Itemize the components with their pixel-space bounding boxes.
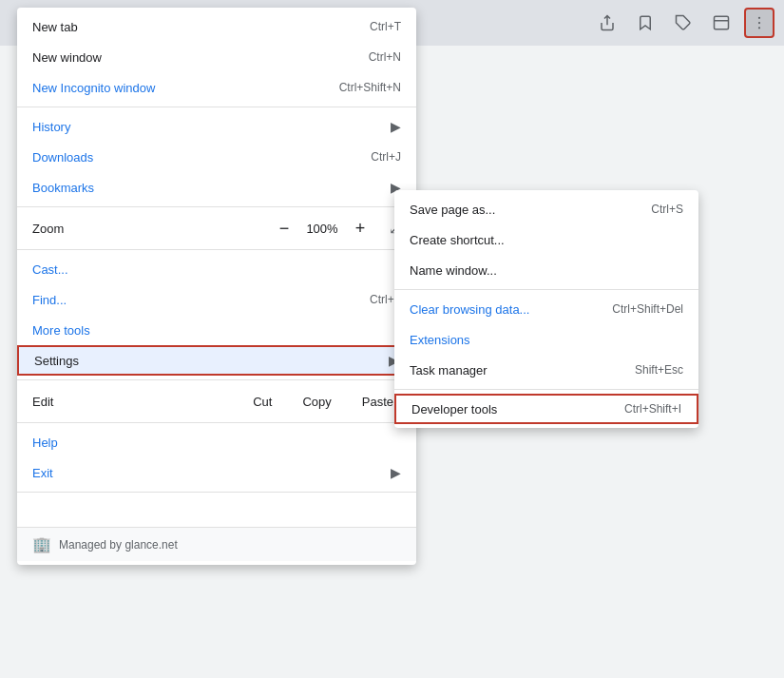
cut-button[interactable]: Cut	[245, 391, 279, 413]
edit-actions: Cut Copy Paste	[245, 391, 401, 413]
submenu-item-developer-tools-shortcut: Ctrl+Shift+I	[624, 402, 681, 416]
share-icon[interactable]	[592, 8, 622, 38]
edit-row: Edit Cut Copy Paste	[17, 384, 416, 418]
copy-button[interactable]: Copy	[295, 391, 338, 413]
zoom-in-button[interactable]: +	[347, 215, 373, 242]
menu-item-settings-label: Help	[32, 436, 58, 450]
menu-item-downloads[interactable]: Downloads Ctrl+J	[17, 142, 416, 172]
menu-item-new-tab[interactable]: New tab Ctrl+T	[17, 11, 416, 42]
divider-1	[17, 107, 416, 107]
menu-item-help-label: Exit	[32, 466, 53, 480]
menu-item-exit[interactable]	[17, 496, 416, 527]
submenu-item-task-manager-label: Task manager	[410, 363, 488, 378]
submenu-item-task-manager-shortcut: Shift+Esc	[635, 363, 683, 377]
menu-item-print-label: Cast...	[32, 262, 68, 277]
zoom-value: 100%	[305, 222, 339, 236]
menu-item-new-tab-label: New tab	[32, 20, 78, 34]
submenu-divider-1	[394, 289, 698, 290]
menu-item-new-window-label: New window	[32, 50, 102, 65]
divider-2	[17, 206, 416, 207]
zoom-label: Zoom	[32, 222, 271, 236]
submenu-item-clear-browsing-label: Clear browsing data...	[410, 302, 529, 317]
zoom-out-button[interactable]: −	[271, 215, 297, 242]
menu-item-bookmarks[interactable]: Bookmarks ▶	[17, 172, 416, 203]
menu-item-more-tools-label: Settings	[34, 354, 79, 368]
submenu-item-create-shortcut[interactable]: Create shortcut...	[394, 224, 698, 255]
edit-label: Edit	[32, 395, 245, 409]
menu-item-new-window-shortcut: Ctrl+N	[369, 50, 401, 64]
more-options-icon[interactable]	[744, 8, 774, 38]
menu-item-find-label: More tools	[32, 323, 90, 338]
help-arrow-icon: ▶	[391, 465, 401, 480]
menu-item-downloads-label: Downloads	[32, 150, 93, 165]
menu-item-cast-label: Find...	[32, 293, 67, 307]
divider-5	[17, 422, 416, 423]
tab-search-icon[interactable]	[706, 8, 736, 38]
submenu-item-developer-tools-label: Developer tools	[411, 402, 497, 416]
submenu-item-clear-browsing-shortcut: Ctrl+Shift+Del	[612, 302, 683, 316]
menu-item-cast[interactable]: Find... Ctrl+F	[17, 284, 416, 315]
menu-item-bookmarks-label: Bookmarks	[32, 181, 94, 195]
divider-4	[17, 379, 416, 380]
svg-rect-1	[715, 16, 729, 29]
submenu-item-developer-tools[interactable]: Developer tools Ctrl+Shift+I	[394, 394, 698, 424]
managed-bar: 🏢 Managed by glance.net	[17, 527, 416, 561]
menu-item-new-incognito-label: New Incognito window	[32, 81, 155, 95]
svg-point-3	[758, 17, 760, 19]
menu-item-history-label: History	[32, 120, 70, 134]
menu-item-new-incognito[interactable]: New Incognito window Ctrl+Shift+N	[17, 72, 416, 103]
menu-item-more-tools[interactable]: Settings ▶	[17, 345, 416, 376]
divider-3	[17, 249, 416, 250]
submenu-item-task-manager[interactable]: Task manager Shift+Esc	[394, 355, 698, 385]
history-arrow-icon: ▶	[391, 119, 401, 134]
menu-item-new-window[interactable]: New window Ctrl+N	[17, 42, 416, 72]
extensions-icon[interactable]	[668, 8, 698, 38]
managed-icon: 🏢	[32, 535, 51, 553]
submenu-divider-2	[394, 389, 698, 390]
submenu-item-name-window[interactable]: Name window...	[394, 255, 698, 285]
menu-item-downloads-shortcut: Ctrl+J	[371, 150, 401, 164]
submenu-item-extensions[interactable]: Extensions	[394, 324, 698, 355]
menu-item-find[interactable]: More tools	[17, 315, 416, 345]
main-context-menu: New tab Ctrl+T New window Ctrl+N New Inc…	[17, 8, 416, 565]
menu-item-settings[interactable]: Help	[17, 427, 416, 457]
managed-text: Managed by glance.net	[59, 538, 178, 552]
menu-item-new-tab-shortcut: Ctrl+T	[370, 20, 401, 33]
submenu-item-clear-browsing[interactable]: Clear browsing data... Ctrl+Shift+Del	[394, 294, 698, 324]
svg-point-4	[758, 22, 760, 24]
menu-item-print[interactable]: Cast...	[17, 254, 416, 284]
more-tools-submenu: Save page as... Ctrl+S Create shortcut..…	[394, 190, 698, 428]
submenu-item-extensions-label: Extensions	[410, 333, 470, 347]
submenu-item-save-page-shortcut: Ctrl+S	[651, 203, 683, 216]
divider-6	[17, 492, 416, 493]
submenu-item-save-page-label: Save page as...	[410, 203, 495, 217]
menu-item-history[interactable]: History ▶	[17, 111, 416, 142]
submenu-item-create-shortcut-label: Create shortcut...	[410, 233, 505, 247]
bookmark-icon[interactable]	[630, 8, 660, 38]
zoom-controls: − 100% + ⤢	[271, 215, 401, 242]
submenu-item-save-page[interactable]: Save page as... Ctrl+S	[394, 194, 698, 224]
menu-item-help[interactable]: Exit ▶	[17, 457, 416, 488]
submenu-item-name-window-label: Name window...	[410, 263, 497, 278]
svg-point-5	[758, 27, 760, 29]
menu-item-new-incognito-shortcut: Ctrl+Shift+N	[339, 81, 401, 94]
zoom-row: Zoom − 100% + ⤢	[17, 211, 416, 245]
